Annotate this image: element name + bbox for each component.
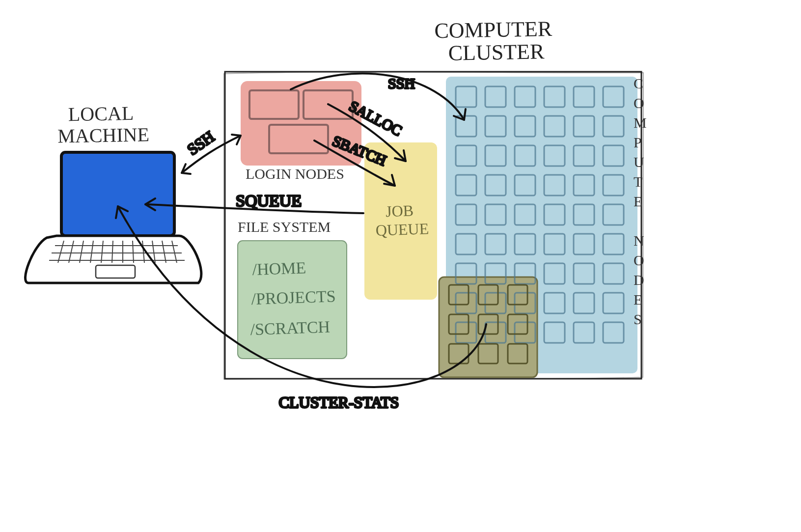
- diagram-canvas: LOCAL MACHINE: [0, 0, 801, 532]
- svg-rect-0: [61, 152, 174, 236]
- squeue-label: SQUEUE: [236, 192, 302, 210]
- fs-projects: /PROJECTS: [251, 287, 336, 308]
- compute-nodes: COMPUTE NODES: [439, 75, 647, 377]
- ssh-compute-label: SSH: [388, 75, 415, 91]
- fs-home: /HOME: [252, 258, 306, 279]
- local-machine: LOCAL MACHINE: [25, 102, 201, 283]
- laptop-icon: [25, 152, 201, 283]
- file-system: FILE SYSTEM /HOME /PROJECTS /SCRATCH: [238, 219, 347, 359]
- job-queue: JOB QUEUE: [364, 142, 437, 300]
- file-system-label: FILE SYSTEM: [238, 219, 331, 235]
- login-nodes: LOGIN NODES: [241, 81, 361, 182]
- cluster-stats-label: CLUSTER-STATS: [279, 393, 399, 411]
- ssh-local-label: SSH: [184, 127, 218, 158]
- login-nodes-label: LOGIN NODES: [246, 166, 344, 182]
- cluster-title: COMPUTER CLUSTER: [434, 17, 558, 65]
- local-machine-label: LOCAL MACHINE: [57, 102, 149, 147]
- fs-scratch: /SCRATCH: [250, 317, 331, 338]
